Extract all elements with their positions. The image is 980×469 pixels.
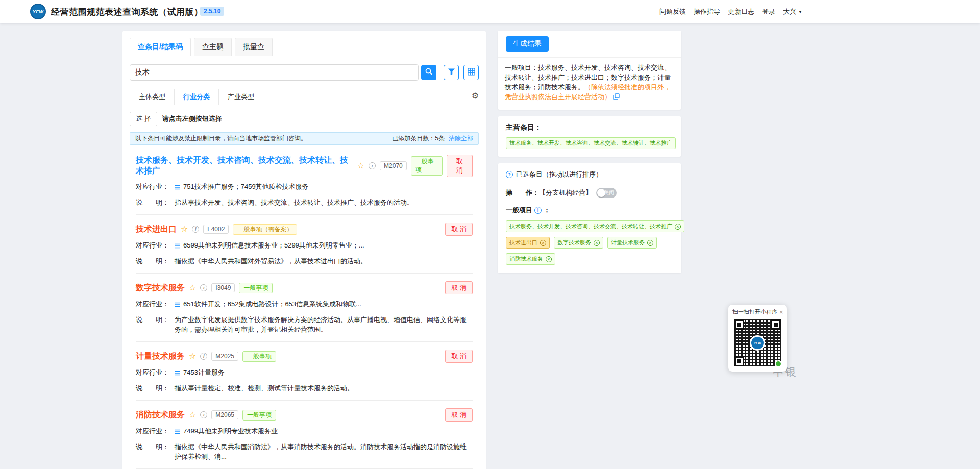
filter-tab-entity-type[interactable]: 主体类型 (130, 89, 175, 105)
description-value: 指从事计量检定、校准、检测、测试等计量技术服务的活动。 (175, 383, 473, 393)
result-code-badge: M2025 (211, 352, 238, 361)
cancel-button[interactable]: 取 消 (445, 408, 473, 422)
result-type-tag: 一般事项 (411, 156, 443, 176)
region-selector[interactable]: 大兴 ▼ (783, 7, 802, 16)
qr-title: 扫一扫打开小程序 (732, 308, 777, 316)
selected-tag-label: 计量技术服务 (611, 239, 645, 246)
cancel-button[interactable]: 取 消 (445, 223, 473, 236)
app-title: 经营范围规范表述查询系统（试用版） (51, 6, 203, 18)
selected-tag[interactable]: 计量技术服务 × (607, 237, 657, 249)
generate-card: 生成结果 一般项目：技术服务、技术开发、技术咨询、技术交流、技术转让、技术推广；… (498, 31, 681, 110)
description-label: 说 明： (136, 442, 175, 461)
general-items-colon: ： (544, 206, 550, 215)
query-panel: 查条目/结果码 查主题 批量查 主体类型 行业分类 产业类型 ⚙ 选 择 请点击… (122, 31, 486, 469)
search-button[interactable] (421, 65, 436, 80)
result-item: 技术服务、技术开发、技术咨询、技术交流、技术转让、技术推广 ☆ i M2070 … (136, 147, 473, 215)
generated-scope-text: 一般项目：技术服务、技术开发、技术咨询、技术交流、技术转让、技术推广；技术进出口… (498, 58, 681, 110)
selected-items-card: ? 已选条目（拖动以进行排序） 操 作： 【分支机构经营】 关闭 一般项目 i … (498, 163, 681, 273)
result-type-tag: 一般事项 (239, 283, 273, 293)
star-icon[interactable]: ☆ (189, 352, 196, 360)
notice-bar: 以下条目可能涉及禁止限制目录，请向当地市场监管部门咨询。 已添加条目数：5条 清… (130, 132, 479, 145)
industry-label: 对应行业： (136, 367, 175, 379)
list-icon (175, 428, 181, 437)
miniprogram-badge-icon (775, 360, 782, 367)
select-button[interactable]: 选 择 (130, 112, 157, 126)
region-name: 大兴 (783, 7, 796, 16)
list-icon (175, 369, 181, 379)
qr-center-logo-icon: YFW (750, 335, 765, 351)
industry-label: 对应行业： (136, 299, 175, 310)
info-icon[interactable]: i (369, 162, 376, 169)
result-title-link[interactable]: 消防技术服务 (136, 410, 185, 421)
close-icon[interactable]: × (779, 308, 783, 316)
help-icon[interactable]: ? (506, 171, 513, 178)
selected-tag-label: 消防技术服务 (509, 255, 543, 263)
industry-value: 7453计量服务 (183, 367, 473, 379)
copy-icon[interactable] (613, 93, 620, 103)
result-type-tag: 一般事项（需备案） (233, 224, 297, 235)
qr-finder-icon (734, 319, 744, 330)
nav-login[interactable]: 登录 (762, 7, 775, 16)
added-count: 已添加条目数：5条 (392, 134, 445, 143)
remove-icon[interactable]: × (675, 224, 681, 230)
operation-value: 【分支机构经营】 (539, 188, 592, 198)
star-icon[interactable]: ☆ (189, 411, 196, 419)
remove-icon[interactable]: × (540, 240, 546, 246)
tab-query-topic[interactable]: 查主题 (194, 38, 232, 56)
nav-changelog[interactable]: 更新日志 (728, 7, 754, 16)
operation-label: 操 作： (506, 188, 539, 198)
branch-toggle[interactable]: 关闭 (596, 188, 617, 198)
description-value: 为产业数字化发展提供数字技术服务解决方案的经济活动。从事广播电视、增值电信、网络… (175, 315, 473, 334)
result-item: 技术进出口 ☆ i F4002 一般事项（需备案） 取 消 对应行业： 6599… (136, 215, 473, 274)
description-label: 说 明： (136, 315, 175, 334)
nav-guide[interactable]: 操作指导 (694, 7, 720, 16)
table-view-button[interactable] (463, 65, 479, 80)
industry-value: 6599其他未列明信息技术服务业；5299其他未列明零售业；... (183, 240, 473, 252)
main-entry-label: 主营条目： (506, 123, 673, 132)
filter-tab-industry[interactable]: 行业分类 (175, 89, 219, 105)
star-icon[interactable]: ☆ (189, 284, 196, 292)
remove-icon[interactable]: × (647, 240, 653, 246)
info-icon[interactable]: i (534, 207, 542, 214)
description-value: 指依据《中华人民共和国对外贸易法》，从事技术进出口的活动。 (175, 256, 473, 266)
result-code-badge: I3049 (211, 283, 235, 292)
filter-button[interactable] (444, 65, 459, 80)
filter-tab-sector[interactable]: 产业类型 (219, 89, 263, 105)
tab-query-item[interactable]: 查条目/结果码 (130, 38, 191, 56)
info-icon[interactable]: i (192, 226, 199, 233)
qr-finder-icon (734, 356, 744, 366)
result-item: 计量技术服务 ☆ i M2025 一般事项 取 消 对应行业： 7453计量服务… (136, 342, 473, 401)
funnel-icon (448, 68, 455, 78)
generate-result-button[interactable]: 生成结果 (506, 36, 549, 52)
nav-feedback[interactable]: 问题反馈 (659, 7, 686, 16)
result-title-link[interactable]: 数字技术服务 (136, 283, 185, 293)
cancel-button[interactable]: 取 消 (445, 350, 473, 363)
info-icon[interactable]: i (200, 411, 207, 418)
cancel-button[interactable]: 取 消 (447, 155, 473, 177)
cancel-button[interactable]: 取 消 (445, 281, 473, 294)
info-icon[interactable]: i (200, 353, 207, 360)
selected-tag[interactable]: 技术服务、技术开发、技术咨询、技术交流、技术转让、技术推广 × (506, 220, 684, 232)
header-nav: 问题反馈 操作指导 更新日志 登录 大兴 ▼ (659, 0, 802, 23)
gear-icon[interactable]: ⚙ (472, 91, 479, 103)
search-input[interactable] (130, 64, 419, 81)
remove-icon[interactable]: × (594, 240, 600, 246)
selected-tag-label: 技术服务、技术开发、技术咨询、技术交流、技术转让、技术推广 (509, 223, 672, 230)
info-icon[interactable]: i (200, 284, 207, 291)
result-type-tag: 一般事项 (242, 351, 276, 362)
remove-icon[interactable]: × (546, 256, 552, 262)
star-icon[interactable]: ☆ (357, 162, 364, 170)
result-title-link[interactable]: 技术进出口 (136, 224, 177, 235)
selected-tag-list: 技术服务、技术开发、技术咨询、技术交流、技术转让、技术推广 × 技术进出口 × … (506, 220, 673, 265)
result-title-link[interactable]: 技术服务、技术开发、技术咨询、技术交流、技术转让、技术推广 (136, 155, 353, 177)
app-logo-icon: YFW (30, 4, 46, 19)
selected-tag[interactable]: 技术进出口 × (506, 237, 550, 249)
selected-tag[interactable]: 数字技术服务 × (554, 237, 603, 249)
tab-batch-query[interactable]: 批量查 (235, 38, 273, 56)
result-sidebar: 生成结果 一般项目：技术服务、技术开发、技术咨询、技术交流、技术转让、技术推广；… (498, 31, 681, 273)
result-title-link[interactable]: 计量技术服务 (136, 351, 185, 362)
star-icon[interactable]: ☆ (181, 225, 188, 233)
selected-tag[interactable]: 消防技术服务 × (506, 253, 555, 265)
selected-tag-label: 数字技术服务 (557, 239, 591, 246)
clear-all-link[interactable]: 清除全部 (449, 134, 473, 143)
